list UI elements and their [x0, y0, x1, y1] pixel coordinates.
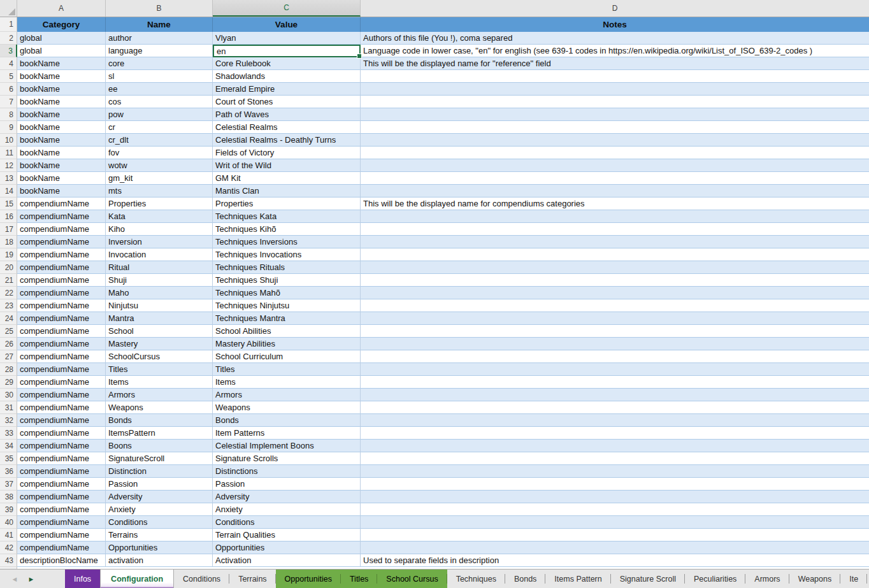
row-header-39[interactable]: 39 [0, 503, 17, 516]
cell-value-37[interactable]: Passion [213, 478, 361, 491]
cell-category-38[interactable]: compendiumName [17, 491, 106, 503]
cell-name-25[interactable]: School [106, 325, 213, 338]
cell-name-26[interactable]: Mastery [106, 338, 213, 350]
cell-value-21[interactable]: Techniques Shuji [213, 274, 361, 287]
cell-notes-5[interactable] [361, 70, 869, 83]
cell-name-22[interactable]: Maho [106, 287, 213, 299]
sheet-tab-conditions[interactable]: Conditions [174, 570, 229, 588]
cell-value-8[interactable]: Path of Waves [213, 108, 361, 121]
cell-notes-8[interactable] [361, 108, 869, 121]
cell-notes-38[interactable] [361, 491, 869, 503]
row-header[interactable]: 1 [0, 17, 17, 32]
select-all-corner[interactable] [0, 0, 17, 17]
column-header-a[interactable]: A [17, 0, 106, 17]
cell-notes-21[interactable] [361, 274, 869, 287]
row-header-28[interactable]: 28 [0, 363, 17, 376]
cell-name-7[interactable]: cos [106, 96, 213, 108]
cell-category-15[interactable]: compendiumName [17, 197, 106, 210]
cell-notes-25[interactable] [361, 325, 869, 338]
cell-category-28[interactable]: compendiumName [17, 363, 106, 376]
row-header-33[interactable]: 33 [0, 427, 17, 440]
cell-value-36[interactable]: Distinctions [213, 465, 361, 478]
cell-value-6[interactable]: Emerald Empire [213, 83, 361, 96]
sheet-tab-techniques[interactable]: Techniques [447, 570, 505, 588]
cell-value-20[interactable]: Techniques Rituals [213, 261, 361, 274]
cell-name-9[interactable]: cr [106, 121, 213, 134]
cell-value-16[interactable]: Techniques Kata [213, 210, 361, 223]
cell-name-42[interactable]: Opportunities [106, 541, 213, 554]
cell-name-5[interactable]: sl [106, 70, 213, 83]
cell-category-36[interactable]: compendiumName [17, 465, 106, 478]
cell-value-11[interactable]: Fields of Victory [213, 147, 361, 159]
cell-notes-15[interactable]: This will be the displayed name for comp… [361, 197, 869, 210]
cell-notes-29[interactable] [361, 376, 869, 389]
cell-category-33[interactable]: compendiumName [17, 427, 106, 440]
row-header-24[interactable]: 24 [0, 312, 17, 325]
sheet-tab-configuration[interactable]: Configuration [100, 570, 174, 588]
sheet-tab-infos[interactable]: Infos [65, 570, 100, 588]
cell-notes-13[interactable] [361, 172, 869, 185]
cell-notes-6[interactable] [361, 83, 869, 96]
sheet-tab-peculiarities[interactable]: Peculiarities [685, 570, 745, 588]
cell-notes-42[interactable] [361, 541, 869, 554]
row-header-11[interactable]: 11 [0, 147, 17, 159]
row-header-9[interactable]: 9 [0, 121, 17, 134]
cell-category-27[interactable]: compendiumName [17, 350, 106, 363]
cell-notes-16[interactable] [361, 210, 869, 223]
cell-name-2[interactable]: author [106, 32, 213, 45]
cell-name-3[interactable]: language [106, 45, 213, 57]
cell-name-19[interactable]: Invocation [106, 248, 213, 261]
cell-category-37[interactable]: compendiumName [17, 478, 106, 491]
cell-notes-28[interactable] [361, 363, 869, 376]
cell-category-4[interactable]: bookName [17, 57, 106, 70]
cell-notes-43[interactable]: Used to separate fields in description [361, 554, 869, 567]
cell-value-39[interactable]: Anxiety [213, 503, 361, 516]
row-header-37[interactable]: 37 [0, 478, 17, 491]
cell-name-41[interactable]: Terrains [106, 529, 213, 541]
cell-name-32[interactable]: Bonds [106, 414, 213, 427]
cell-notes-22[interactable] [361, 287, 869, 299]
cell-value-3 selected-cell[interactable]: en [213, 45, 361, 57]
cell-name-11[interactable]: fov [106, 147, 213, 159]
cell-category-40[interactable]: compendiumName [17, 516, 106, 529]
cell-notes-3[interactable]: Language code in lower case, "en" for en… [361, 45, 869, 57]
cell-name-20[interactable]: Ritual [106, 261, 213, 274]
row-header-22[interactable]: 22 [0, 287, 17, 299]
row-header-16[interactable]: 16 [0, 210, 17, 223]
cell-notes-33[interactable] [361, 427, 869, 440]
cell-notes-20[interactable] [361, 261, 869, 274]
cell-name-8[interactable]: pow [106, 108, 213, 121]
cell-notes-37[interactable] [361, 478, 869, 491]
row-header-4[interactable]: 4 [0, 57, 17, 70]
row-header-10[interactable]: 10 [0, 134, 17, 147]
cell-notes-26[interactable] [361, 338, 869, 350]
row-header-23[interactable]: 23 [0, 299, 17, 312]
cell-notes-2[interactable]: Authors of this file (You !), coma separ… [361, 32, 869, 45]
cell-name-23[interactable]: Ninjutsu [106, 299, 213, 312]
cell-name-40[interactable]: Conditions [106, 516, 213, 529]
cell-notes-23[interactable] [361, 299, 869, 312]
cell-notes-14[interactable] [361, 185, 869, 197]
column-header-d[interactable]: D [361, 0, 869, 17]
cell-name-10[interactable]: cr_dlt [106, 134, 213, 147]
cell-value-29[interactable]: Items [213, 376, 361, 389]
cell-value-28[interactable]: Titles [213, 363, 361, 376]
row-header-26[interactable]: 26 [0, 338, 17, 350]
cell-notes-7[interactable] [361, 96, 869, 108]
cell-category-22[interactable]: compendiumName [17, 287, 106, 299]
cell-category-16[interactable]: compendiumName [17, 210, 106, 223]
cell-value-43[interactable]: Activation [213, 554, 361, 567]
cell-value-17[interactable]: Techniques Kihõ [213, 223, 361, 236]
cell-name-17[interactable]: Kiho [106, 223, 213, 236]
cell-name-15[interactable]: Properties [106, 197, 213, 210]
cell-category-39[interactable]: compendiumName [17, 503, 106, 516]
cell-notes-9[interactable] [361, 121, 869, 134]
row-header-34[interactable]: 34 [0, 440, 17, 452]
row-header-27[interactable]: 27 [0, 350, 17, 363]
table-header-notes[interactable]: Notes [361, 17, 869, 32]
cell-category-19[interactable]: compendiumName [17, 248, 106, 261]
cell-category-3[interactable]: global [17, 45, 106, 57]
cell-name-27[interactable]: SchoolCursus [106, 350, 213, 363]
sheet-tab-armors[interactable]: Armors [745, 570, 789, 588]
sheet-tab-signature-scroll[interactable]: Signature Scroll [611, 570, 685, 588]
